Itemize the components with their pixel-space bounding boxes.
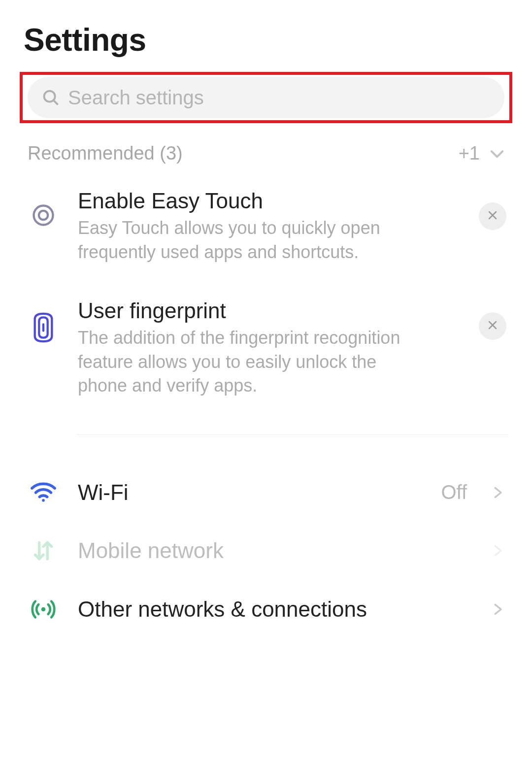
settings-item-label: Mobile network [78, 538, 471, 563]
chevron-down-icon [488, 144, 506, 163]
search-highlight-box [20, 72, 512, 123]
settings-item-label: Other networks & connections [78, 597, 471, 622]
recommended-label: Recommended (3) [28, 143, 183, 164]
broadcast-icon [29, 596, 58, 622]
close-icon [487, 208, 499, 225]
wifi-icon [29, 482, 58, 503]
svg-point-9 [42, 499, 45, 502]
settings-item-label: Wi-Fi [78, 480, 421, 505]
recommended-item-description: The addition of the fingerprint recognit… [78, 326, 403, 398]
search-bar[interactable] [28, 77, 504, 118]
dismiss-button[interactable] [479, 202, 506, 230]
settings-item-wifi[interactable]: Wi-Fi Off [24, 463, 508, 522]
recommended-item-description: Easy Touch allows you to quickly open fr… [78, 216, 403, 264]
search-icon [41, 88, 60, 107]
chevron-right-icon [491, 482, 504, 503]
recommended-extra-count: +1 [459, 143, 480, 164]
svg-point-2 [34, 206, 53, 225]
settings-item-status: Off [441, 481, 467, 503]
fingerprint-icon [29, 298, 58, 343]
settings-item-mobile-network[interactable]: Mobile network [24, 522, 508, 580]
chevron-right-icon [491, 540, 504, 562]
page-title: Settings [24, 22, 508, 58]
dismiss-button[interactable] [479, 312, 506, 340]
mobile-data-icon [29, 538, 58, 563]
svg-point-3 [39, 211, 48, 220]
recommended-item-title: User fingerprint [78, 298, 459, 323]
recommended-header[interactable]: Recommended (3) +1 [24, 143, 508, 164]
settings-item-other-networks[interactable]: Other networks & connections [24, 580, 508, 639]
section-divider [77, 434, 508, 435]
search-input[interactable] [68, 87, 491, 109]
recommended-item-easy-touch[interactable]: Enable Easy Touch Easy Touch allows you … [24, 182, 508, 281]
close-icon [487, 318, 499, 334]
svg-line-1 [54, 100, 58, 104]
recommended-item-title: Enable Easy Touch [78, 189, 459, 213]
recommended-item-fingerprint[interactable]: User fingerprint The addition of the fin… [24, 292, 508, 415]
svg-point-12 [41, 607, 46, 612]
chevron-right-icon [491, 598, 504, 620]
target-icon [29, 189, 58, 228]
